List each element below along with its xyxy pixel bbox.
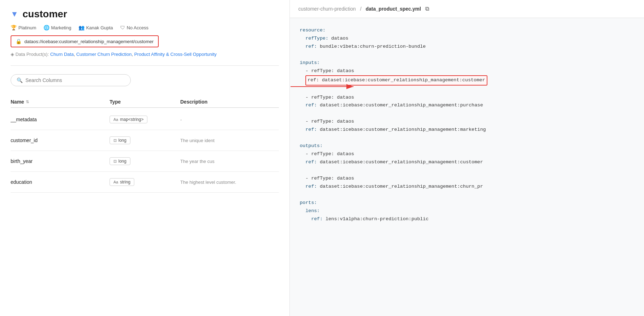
type-column-header: Type xyxy=(110,99,180,105)
field-name: customer_id xyxy=(11,137,110,143)
table-row: __metadata Aa map<string> - xyxy=(11,109,279,130)
name-column-header: Name ⇅ xyxy=(11,99,110,105)
access-icon: 🛡 xyxy=(120,25,125,30)
tier-label: Platinum xyxy=(18,25,36,30)
sort-icon[interactable]: ⇅ xyxy=(26,100,29,104)
type-text: long xyxy=(118,138,127,143)
code-line: - refType: dataos xyxy=(300,67,634,75)
field-description: - xyxy=(180,117,279,122)
domain-label: Marketing xyxy=(51,25,71,30)
owner-label: Kanak Gupta xyxy=(86,25,113,30)
title-row: ▼ customer xyxy=(11,8,279,20)
type-icon-long2: ⊡ xyxy=(113,159,117,164)
dataset-icon: ▼ xyxy=(11,10,18,19)
search-input[interactable] xyxy=(25,77,125,83)
code-line: outputs: xyxy=(300,142,634,150)
breadcrumb-path: customer-churn-prediction xyxy=(298,6,356,12)
type-text: map<string> xyxy=(120,117,144,122)
code-line: resource: xyxy=(300,27,634,35)
data-products-row: ◈ Data Product(s): Churn Data, Customer … xyxy=(11,52,279,57)
code-line-highlighted: ref: dataset:icebase:customer_relationsh… xyxy=(300,75,634,86)
field-name: education xyxy=(11,179,110,185)
type-badge: Aa map<string> xyxy=(110,116,147,123)
code-line xyxy=(300,166,634,175)
field-type-cell: Aa map<string> xyxy=(110,116,180,123)
field-type-cell: Aa string xyxy=(110,178,180,186)
code-line: - refType: dataos xyxy=(300,94,634,102)
diamond-icon: ◈ xyxy=(11,52,16,57)
url-box: 🔒 dataos://icebase:customer_relationship… xyxy=(11,35,159,47)
type-text: long xyxy=(118,159,127,164)
highlighted-ref: ref: dataset:icebase:customer_relationsh… xyxy=(305,75,487,86)
dataset-url: dataos://icebase:customer_relationship_m… xyxy=(24,39,154,44)
type-badge: ⊡ long xyxy=(110,157,130,165)
meta-tier: 🏆 Platinum xyxy=(11,25,36,30)
type-icon-map: Aa xyxy=(113,117,118,122)
code-line: refType: dataos xyxy=(300,35,634,43)
type-badge: Aa string xyxy=(110,178,134,186)
divider xyxy=(11,65,279,66)
field-description: The year the cus xyxy=(180,159,279,164)
data-product-link-2[interactable]: Customer Churn Prediction xyxy=(76,52,132,57)
code-line: ref: bundle:v1beta:churn-prediction-bund… xyxy=(300,43,634,51)
type-icon-string: Aa xyxy=(113,180,118,184)
code-line: - refType: dataos xyxy=(300,175,634,183)
type-text: string xyxy=(120,180,130,185)
code-line: ports: xyxy=(300,199,634,207)
code-line xyxy=(300,51,634,59)
field-type-cell: ⊡ long xyxy=(110,136,180,144)
type-badge: ⊡ long xyxy=(110,136,130,144)
breadcrumb-file: data_product_spec.yml xyxy=(366,6,421,12)
meta-row: 🏆 Platinum 🌐 Marketing 👥 Kanak Gupta 🛡 N… xyxy=(11,25,279,30)
code-area: resource: refType: dataos ref: bundle:v1… xyxy=(290,18,644,314)
meta-domain: 🌐 Marketing xyxy=(43,25,71,30)
search-box[interactable]: 🔍 xyxy=(11,74,131,86)
desc-column-header: Description xyxy=(180,99,279,105)
table-row: customer_id ⊡ long The unique ident xyxy=(11,130,279,151)
type-icon-long: ⊡ xyxy=(113,138,117,143)
right-panel-header: customer-churn-prediction / data_product… xyxy=(290,0,644,18)
copy-icon[interactable]: ⧉ xyxy=(425,6,429,12)
table-header: Name ⇅ Type Description xyxy=(11,96,279,108)
data-products-label: Data Product(s): xyxy=(16,52,49,57)
access-label: No Access xyxy=(127,25,148,30)
code-line: - refType: dataos xyxy=(300,118,634,126)
left-panel: ▼ customer 🏆 Platinum 🌐 Marketing 👥 Kana… xyxy=(0,0,290,316)
field-type-cell: ⊡ long xyxy=(110,157,180,165)
field-name: birth_year xyxy=(11,158,110,164)
code-line: ref: dataset:icebase:customer_relationsh… xyxy=(300,126,634,134)
table-row: birth_year ⊡ long The year the cus xyxy=(11,151,279,172)
code-line: inputs: xyxy=(300,59,634,67)
meta-access: 🛡 No Access xyxy=(120,25,148,30)
field-description: The unique ident xyxy=(180,138,279,143)
field-name: __metadata xyxy=(11,117,110,122)
domain-icon: 🌐 xyxy=(43,25,49,30)
data-product-link-1[interactable]: Churn Data xyxy=(50,52,74,57)
code-line: - refType: dataos xyxy=(300,150,634,158)
code-line xyxy=(300,191,634,199)
code-line: ref: dataset:icebase:customer_relationsh… xyxy=(300,158,634,166)
data-product-link-3[interactable]: Product Affinity & Cross-Sell Opportunit… xyxy=(134,52,217,57)
tier-icon: 🏆 xyxy=(11,25,17,30)
meta-owner: 👥 Kanak Gupta xyxy=(78,25,113,30)
code-line: ref: lens:v1alpha:churn-prediction:publi… xyxy=(300,215,634,223)
code-line xyxy=(300,134,634,142)
code-line xyxy=(300,110,634,118)
table-row: education Aa string The highest level cu… xyxy=(11,172,279,193)
search-icon: 🔍 xyxy=(17,77,23,83)
field-description: The highest level customer. xyxy=(180,180,279,185)
right-panel: customer-churn-prediction / data_product… xyxy=(290,0,644,316)
code-line xyxy=(300,86,634,94)
code-line: ref: dataset:icebase:customer_relationsh… xyxy=(300,183,634,191)
url-lock-icon: 🔒 xyxy=(16,39,22,44)
page-title: customer xyxy=(23,8,67,20)
code-line: ref: dataset:icebase:customer_relationsh… xyxy=(300,101,634,110)
code-line: lens: xyxy=(300,207,634,215)
owner-icon: 👥 xyxy=(78,25,84,30)
breadcrumb-separator: / xyxy=(360,6,362,12)
